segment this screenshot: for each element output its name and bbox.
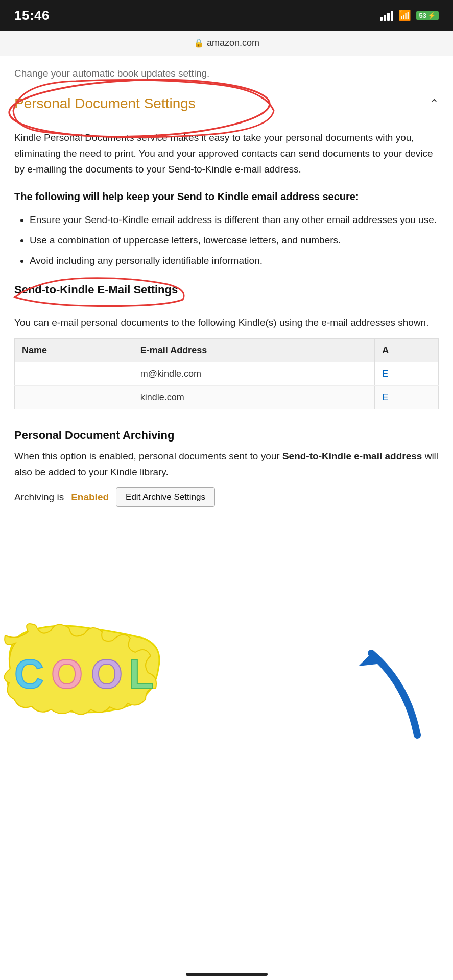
archiving-status-value: Enabled — [71, 492, 109, 503]
battery-level: 53 — [419, 12, 426, 19]
bullet-item-2: Use a combination of uppercase letters, … — [30, 233, 439, 248]
status-time: 15:46 — [14, 8, 50, 23]
personal-doc-description: Kindle Personal Documents service makes … — [14, 130, 439, 178]
page-content: Change your automatic book updates setti… — [0, 56, 453, 537]
blue-arrow — [330, 633, 433, 745]
col-email: E-mail Address — [133, 339, 374, 362]
signal-icon — [380, 10, 393, 21]
archiving-section: Personal Document Archiving When this op… — [14, 429, 439, 507]
archiving-description: When this option is enabled, personal do… — [14, 448, 439, 480]
send-to-kindle-title: Send-to-Kindle E-Mail Settings — [14, 283, 439, 297]
send-to-kindle-description: You can e-mail personal documents to the… — [14, 315, 439, 330]
battery-indicator: 53⚡ — [416, 11, 439, 20]
section-title: Personal Document Settings — [14, 95, 196, 112]
archiving-label: Archiving is — [14, 492, 64, 503]
table-row: kindle.com E — [15, 386, 439, 409]
url-bar[interactable]: 🔒 amazon.com — [0, 31, 453, 56]
security-heading: The following will help keep your Send t… — [14, 189, 439, 204]
wifi-icon: 📶 — [398, 9, 411, 21]
svg-marker-5 — [359, 653, 382, 666]
device-name-1 — [15, 362, 133, 386]
security-bullets: Ensure your Send-to-Kindle email address… — [14, 212, 439, 269]
table-row: m@kindle.com E — [15, 362, 439, 386]
personal-doc-section-header: Personal Document Settings ⌃ — [14, 95, 439, 119]
kindle-email-table: Name E-mail Address A m@kindle.com E — [14, 338, 439, 409]
action-link-2[interactable]: E — [375, 386, 439, 409]
page-subtitle: Change your automatic book updates setti… — [14, 66, 439, 81]
cool-sticker: C O O L — [0, 623, 163, 720]
svg-text:C: C — [14, 651, 44, 697]
email-address-2: kindle.com — [133, 386, 374, 409]
svg-text:L: L — [129, 651, 154, 697]
archiving-status-row: Archiving is Enabled Edit Archive Settin… — [14, 487, 439, 507]
bullet-item-1: Ensure your Send-to-Kindle email address… — [30, 212, 439, 228]
device-name-2 — [15, 386, 133, 409]
archiving-title: Personal Document Archiving — [14, 429, 439, 442]
status-bar: 15:46 📶 53⚡ — [0, 0, 453, 31]
send-to-kindle-section: Send-to-Kindle E-Mail Settings — [14, 283, 439, 305]
status-icons: 📶 53⚡ — [380, 9, 439, 21]
chevron-up-icon[interactable]: ⌃ — [430, 97, 439, 110]
bullet-item-3: Avoid including any personally identifia… — [30, 253, 439, 268]
url-display: 🔒 amazon.com — [194, 38, 259, 48]
col-action: A — [375, 339, 439, 362]
svg-text:O: O — [91, 651, 123, 697]
home-indicator — [186, 973, 268, 976]
url-text: amazon.com — [207, 38, 259, 48]
table-header-row: Name E-mail Address A — [15, 339, 439, 362]
action-link-1[interactable]: E — [375, 362, 439, 386]
col-name: Name — [15, 339, 133, 362]
edit-archive-settings-button[interactable]: Edit Archive Settings — [116, 487, 215, 507]
lock-icon: 🔒 — [194, 38, 204, 48]
email-address-1: m@kindle.com — [133, 362, 374, 386]
kindle-email-table-wrapper: Name E-mail Address A m@kindle.com E — [14, 338, 439, 424]
svg-text:O: O — [51, 651, 83, 697]
